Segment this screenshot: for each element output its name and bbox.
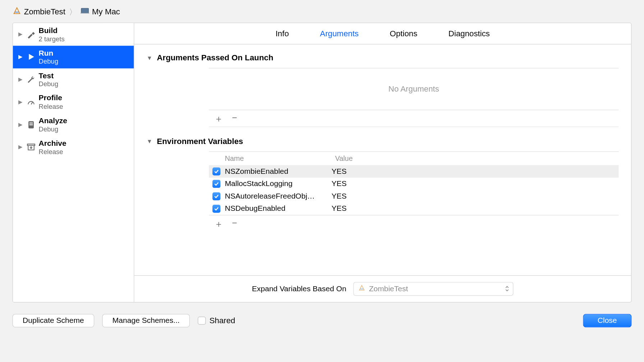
env-var-value: YES (332, 192, 347, 201)
phase-subtitle: Debug (39, 80, 59, 88)
duplicate-scheme-button[interactable]: Duplicate Scheme (13, 314, 95, 327)
svg-rect-6 (29, 124, 33, 125)
env-var-name: NSDebugEnabled (221, 204, 332, 213)
phase-title: Build (39, 26, 65, 35)
env-var-checkbox[interactable] (212, 205, 220, 213)
env-header-name: Name (225, 154, 335, 162)
phase-subtitle: Debug (39, 125, 67, 133)
wrench-icon (26, 75, 36, 84)
env-var-name: NSAutoreleaseFreedObj… (221, 192, 332, 201)
content-area: InfoArgumentsOptionsDiagnostics ▼ Argume… (134, 23, 631, 302)
tab-options[interactable]: Options (390, 29, 418, 39)
env-var-value: YES (332, 180, 347, 189)
env-var-row[interactable]: NSAutoreleaseFreedObj…YES (209, 190, 618, 203)
shared-checkbox-group[interactable]: Shared (198, 316, 235, 325)
env-var-name: NSZombieEnabled (221, 167, 332, 176)
remove-argument-button[interactable]: − (232, 113, 237, 125)
breadcrumb-destination[interactable]: My Mac (80, 7, 120, 17)
disclosure-triangle-icon: ▶ (18, 31, 24, 37)
play-icon (26, 52, 36, 61)
close-button[interactable]: Close (583, 314, 631, 327)
env-vars-header-row: Name Value (209, 152, 618, 165)
expand-variables-select[interactable]: ZombieTest (353, 282, 513, 296)
sidebar-item-profile[interactable]: ▶ProfileRelease (13, 91, 134, 113)
env-var-checkbox[interactable] (212, 167, 220, 175)
add-argument-button[interactable]: ＋ (214, 113, 223, 125)
disclosure-triangle-icon: ▶ (18, 54, 24, 60)
sidebar-item-build[interactable]: ▶Build2 targets (13, 23, 134, 46)
env-var-checkbox[interactable] (212, 192, 220, 200)
phases-sidebar: ▶Build2 targets▶RunDebug▶TestDebug▶Profi… (13, 23, 134, 302)
sidebar-item-archive[interactable]: ▶ArchiveRelease (13, 136, 134, 158)
env-vars-section-title: Environment Variables (157, 137, 243, 146)
arguments-scroll-area: ▼ Arguments Passed On Launch No Argument… (134, 45, 631, 275)
disclosure-triangle-icon: ▶ (18, 99, 24, 105)
sidebar-item-analyze[interactable]: ▶AnalyzeDebug (13, 113, 134, 136)
breadcrumb-destination-label: My Mac (92, 7, 120, 17)
gauge-icon (26, 98, 36, 107)
breadcrumb-scheme-label: ZombieTest (24, 7, 65, 17)
svg-rect-1 (81, 8, 89, 13)
expand-variables-bar: Expand Variables Based On ZombieTest (134, 275, 631, 302)
xcode-icon (13, 6, 22, 17)
expand-variables-label: Expand Variables Based On (252, 284, 346, 293)
phase-title: Profile (39, 94, 63, 102)
phase-subtitle: Release (39, 148, 66, 155)
disclosure-triangle-icon: ▼ (147, 55, 152, 61)
sidebar-item-test[interactable]: ▶TestDebug (13, 68, 134, 91)
disclosure-triangle-icon: ▼ (147, 138, 152, 145)
breadcrumb-scheme[interactable]: ZombieTest (13, 6, 65, 17)
env-vars-add-remove: ＋ − (209, 215, 618, 232)
env-var-row[interactable]: MallocStackLoggingYES (209, 178, 618, 190)
env-var-checkbox[interactable] (212, 180, 220, 188)
expand-variables-value: ZombieTest (369, 284, 408, 293)
tab-info[interactable]: Info (276, 29, 289, 39)
env-var-name: MallocStackLogging (221, 180, 332, 189)
shared-label: Shared (210, 316, 235, 325)
scheme-editor-panel: ▶Build2 targets▶RunDebug▶TestDebug▶Profi… (13, 23, 632, 302)
phase-subtitle: Release (39, 103, 63, 110)
phase-subtitle: Debug (39, 57, 59, 65)
env-var-value: YES (332, 167, 347, 176)
env-vars-section: ▼ Environment Variables Name Value NSZom… (147, 137, 618, 232)
chevron-right-icon: 〉 (69, 6, 77, 17)
manage-schemes-button[interactable]: Manage Schemes... (102, 314, 190, 327)
phase-title: Run (39, 49, 59, 57)
remove-env-var-button[interactable]: − (232, 218, 237, 230)
env-vars-section-header[interactable]: ▼ Environment Variables (147, 137, 618, 146)
breadcrumb: ZombieTest 〉 My Mac (0, 0, 644, 23)
tab-bar: InfoArgumentsOptionsDiagnostics (134, 23, 631, 44)
env-header-value: Value (335, 154, 353, 162)
disclosure-triangle-icon: ▶ (18, 76, 24, 83)
hammer-icon (26, 30, 36, 39)
analyze-icon (26, 120, 36, 129)
xcode-icon (358, 284, 365, 293)
phase-title: Test (39, 71, 59, 80)
svg-rect-2 (80, 13, 89, 13)
arguments-section-header[interactable]: ▼ Arguments Passed On Launch (147, 53, 618, 62)
dialog-footer: Duplicate Scheme Manage Schemes... Share… (0, 302, 644, 339)
mac-icon (80, 7, 89, 17)
arguments-section-title: Arguments Passed On Launch (157, 53, 273, 62)
phase-title: Analyze (39, 116, 67, 125)
env-vars-table: Name Value NSZombieEnabledYESMallocStack… (209, 152, 618, 215)
svg-rect-5 (29, 122, 33, 123)
add-env-var-button[interactable]: ＋ (214, 218, 223, 230)
env-var-row[interactable]: NSDebugEnabledYES (209, 203, 618, 215)
phase-title: Archive (39, 139, 66, 148)
arguments-empty-placeholder: No Arguments (209, 68, 618, 110)
updown-caret-icon (505, 286, 509, 293)
tab-diagnostics[interactable]: Diagnostics (448, 29, 490, 39)
archive-icon (26, 143, 36, 152)
env-var-row[interactable]: NSZombieEnabledYES (209, 165, 618, 178)
tab-arguments[interactable]: Arguments (320, 29, 359, 39)
arguments-add-remove: ＋ − (209, 110, 618, 127)
arguments-section: ▼ Arguments Passed On Launch No Argument… (147, 53, 618, 127)
phase-subtitle: 2 targets (39, 35, 65, 42)
env-var-value: YES (332, 204, 347, 213)
svg-line-3 (31, 102, 33, 104)
shared-checkbox[interactable] (198, 317, 206, 325)
disclosure-triangle-icon: ▶ (18, 121, 24, 127)
disclosure-triangle-icon: ▶ (18, 144, 24, 150)
sidebar-item-run[interactable]: ▶RunDebug (13, 46, 134, 68)
